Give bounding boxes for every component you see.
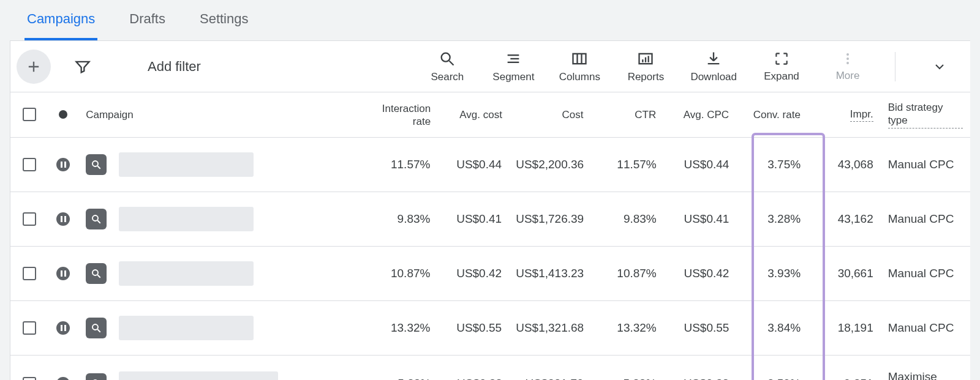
row-checkbox[interactable]	[23, 158, 36, 171]
columns-label: Columns	[559, 71, 600, 83]
impr-value: 30,661	[808, 247, 881, 300]
columns-icon	[571, 50, 588, 67]
bid-strategy-value[interactable]: Maximise conversions	[881, 356, 970, 381]
ctr-value: 10.87%	[591, 247, 664, 300]
svg-line-20	[97, 275, 100, 278]
more-icon	[840, 51, 855, 66]
impr-value: 43,068	[808, 138, 881, 192]
svg-point-17	[92, 215, 98, 221]
search-tool[interactable]: Search	[426, 50, 469, 83]
select-all-checkbox[interactable]	[23, 108, 36, 121]
collapse-chevron[interactable]	[932, 59, 947, 74]
search-label: Search	[431, 71, 464, 83]
ctr-value: 5.88%	[591, 356, 664, 381]
more-label: More	[836, 70, 860, 82]
add-button[interactable]	[17, 50, 51, 84]
col-campaign[interactable]: Campaign	[78, 92, 366, 137]
pause-icon[interactable]	[56, 267, 70, 280]
svg-line-22	[97, 329, 100, 332]
conv-rate-value: 3.75%	[736, 138, 808, 192]
plus-icon	[25, 58, 42, 75]
svg-point-21	[92, 324, 98, 330]
conv-rate-value: 2.59%	[736, 356, 808, 381]
table-row: 9.83% US$0.41 US$1,726.39 9.83% US$0.41 …	[10, 192, 970, 247]
col-avg-cpc[interactable]: Avg. CPC	[663, 92, 736, 137]
avg-cpc-value: US$0.44	[664, 138, 737, 192]
campaign-name-redacted[interactable]	[119, 316, 254, 340]
pause-icon[interactable]	[56, 377, 70, 381]
avg-cost-value: US$0.42	[437, 247, 509, 300]
more-tool[interactable]: More	[826, 51, 869, 82]
col-cost[interactable]: Cost	[510, 92, 591, 137]
table-row: 11.57% US$0.44 US$2,200.36 11.57% US$0.4…	[10, 138, 970, 192]
col-impr[interactable]: Impr.	[808, 92, 881, 137]
reports-label: Reports	[628, 71, 665, 83]
download-tool[interactable]: Download	[690, 50, 737, 83]
expand-icon	[774, 51, 790, 67]
reports-tool[interactable]: Reports	[624, 50, 667, 83]
col-interaction-rate[interactable]: Interaction rate	[366, 92, 438, 137]
svg-point-0	[442, 53, 450, 61]
conv-rate-value: 3.84%	[736, 301, 808, 355]
add-filter-button[interactable]: Add filter	[148, 59, 201, 75]
tab-drafts[interactable]: Drafts	[127, 0, 168, 40]
filter-icon[interactable]	[74, 58, 91, 75]
conv-rate-value: 3.93%	[736, 247, 808, 300]
row-checkbox[interactable]	[23, 267, 36, 280]
avg-cost-value: US$0.38	[438, 356, 510, 381]
conv-rate-value: 3.28%	[736, 192, 808, 246]
col-ctr[interactable]: CTR	[591, 92, 664, 137]
columns-tool[interactable]: Columns	[558, 50, 601, 83]
bid-strategy-value: Manual CPC	[881, 247, 970, 300]
interaction-rate-value: 9.83%	[366, 192, 438, 246]
expand-tool[interactable]: Expand	[760, 51, 803, 83]
pause-icon[interactable]	[56, 212, 70, 226]
avg-cpc-value: US$0.41	[664, 192, 737, 246]
cost-value: US$221.70	[510, 356, 591, 381]
campaign-type-icon	[86, 373, 107, 381]
campaign-name-redacted[interactable]	[119, 207, 254, 231]
interaction-rate-value: 11.57%	[366, 138, 438, 192]
campaign-name-redacted[interactable]	[119, 152, 254, 177]
interaction-rate-value: 5.88%	[366, 356, 438, 381]
impr-value: 43,162	[808, 192, 881, 246]
pause-icon[interactable]	[56, 321, 70, 335]
col-bid-strategy[interactable]: Bid strategy type	[881, 92, 970, 137]
search-icon	[439, 50, 456, 67]
row-checkbox[interactable]	[23, 321, 36, 335]
svg-rect-5	[573, 53, 586, 63]
campaign-type-icon	[86, 263, 107, 284]
col-conv-rate[interactable]: Conv. rate	[736, 92, 808, 137]
table-body: 11.57% US$0.44 US$2,200.36 11.57% US$0.4…	[10, 138, 970, 381]
row-checkbox[interactable]	[23, 212, 36, 226]
reports-icon	[637, 50, 654, 67]
pause-icon[interactable]	[56, 158, 70, 171]
avg-cost-value: US$0.44	[437, 138, 509, 192]
toolbar-divider	[895, 52, 895, 81]
ctr-value: 11.57%	[591, 138, 664, 192]
svg-line-1	[450, 61, 454, 65]
cost-value: US$2,200.36	[509, 138, 591, 192]
download-label: Download	[690, 71, 737, 83]
status-header-dot[interactable]	[59, 110, 67, 119]
tab-settings[interactable]: Settings	[197, 0, 251, 40]
tab-campaigns[interactable]: Campaigns	[24, 0, 97, 40]
interaction-rate-value: 10.87%	[366, 247, 438, 300]
toolbar: Add filter Search Segment Columns Report…	[10, 41, 970, 92]
svg-rect-10	[645, 57, 646, 62]
avg-cost-value: US$0.41	[437, 192, 509, 246]
ctr-value: 9.83%	[591, 192, 664, 246]
row-checkbox[interactable]	[23, 377, 36, 381]
svg-point-19	[92, 270, 98, 275]
svg-rect-9	[643, 59, 644, 62]
campaign-name-redacted[interactable]	[119, 371, 278, 381]
download-icon	[705, 50, 722, 67]
main-panel: Add filter Search Segment Columns Report…	[10, 40, 970, 380]
segment-tool[interactable]: Segment	[492, 50, 535, 83]
avg-cost-value: US$0.55	[437, 301, 509, 355]
col-avg-cost[interactable]: Avg. cost	[438, 92, 510, 137]
campaign-name-redacted[interactable]	[119, 261, 254, 286]
impr-value: 9,851	[808, 356, 881, 381]
table-row: 13.32% US$0.55 US$1,321.68 13.32% US$0.5…	[10, 301, 970, 356]
cost-value: US$1,413.23	[509, 247, 591, 300]
